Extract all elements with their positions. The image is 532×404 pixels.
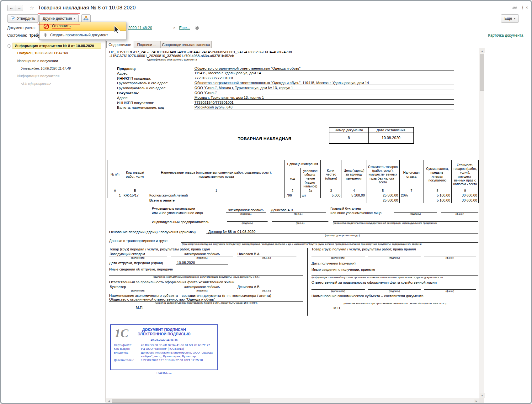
col-letter: 7 (400, 189, 423, 193)
head-name-field: Денисова А.В.(ф.и.о.) (270, 208, 326, 215)
forward-button[interactable]: → (15, 5, 23, 11)
col-header: Код товара/ работ, услуг (122, 160, 148, 189)
chevron-down-icon: ▾ (514, 17, 515, 20)
field-label: Продавец: (117, 67, 194, 71)
approve-button-label: Утвердить (17, 16, 35, 21)
scroll-down-arrow[interactable]: ▼ (480, 393, 485, 398)
col-letter: 3 (321, 189, 342, 193)
scroll-right-arrow[interactable]: ▶ (474, 399, 479, 403)
tree-item-receipt-notice[interactable]: Извещение о получении (17, 59, 58, 63)
entrepreneur-sign-field: (подпись) (227, 217, 268, 224)
accountant-label: Главный бухгалтерили иное уполномоченное… (330, 207, 389, 215)
accounting-doc-label: Документ учета: (7, 26, 35, 30)
left-other-value (109, 271, 303, 275)
cell-total: 30 600,00 (452, 193, 479, 198)
menu-item-reject[interactable]: Отклонить (40, 22, 126, 31)
col-header: Стоимость товаров (работ, услуг), имущес… (366, 160, 400, 189)
field-label: Грузополучатель и его адрес: (117, 86, 194, 90)
menu-item-create-arbitrary-document[interactable]: Создать произвольный документ (40, 31, 126, 39)
tree-item-received-status[interactable]: Получен, 10.08.2020 11:47:48 (17, 51, 68, 55)
tree-item-receiver-info[interactable]: Информация получателя (17, 74, 60, 78)
field-label: Адрес: (117, 96, 194, 100)
horizontal-scroll-thumb[interactable] (112, 399, 250, 403)
clear-doc-icon[interactable]: × (173, 25, 176, 30)
more-meta-link[interactable]: Еще... (179, 26, 190, 30)
transfer-right-column: Товар (груз) получил / услуги, результат… (311, 247, 478, 310)
horizontal-scrollbar[interactable]: ◀ ▶ (106, 398, 479, 403)
field-value: Общество с ограниченной ответственностью… (194, 66, 454, 71)
field-value: Москва г, Туристская ул, дом 13, корпус … (194, 96, 454, 100)
date-header: Дата составления (369, 127, 414, 133)
panel-splitter[interactable] (105, 40, 106, 402)
more-dots-icon[interactable]: ⋮ (520, 5, 525, 10)
tab-signatures[interactable]: Подписи ... (134, 41, 160, 48)
page-title: Товарная накладная № 8 от 10.08.2020 (38, 5, 136, 11)
accountant-name-field: (ф.и.о.) (441, 208, 478, 215)
favorite-star-icon[interactable]: ☆ (29, 5, 34, 11)
document-id-line1: DP_TOVTORGPR_2AL-E7ADDC60-D48C-489C-BBAA… (109, 50, 292, 54)
basis-label: Основание передачи (сдачи) / получения (… (109, 230, 206, 234)
field-label: Покупатель: (117, 91, 194, 95)
gear-icon[interactable] (195, 26, 199, 31)
goods-table: № п/п Код товара/ работ, услуг Наименова… (108, 160, 479, 203)
close-icon[interactable]: × (525, 5, 528, 10)
goods-row: 1 КЖ-15/17 Костюм женский летний 796 шт … (108, 193, 479, 198)
cell-code: КЖ-15/17 (122, 193, 148, 198)
approve-button[interactable]: Утвердить (7, 14, 39, 23)
col-header-unit-group: Единица измерения (285, 160, 321, 168)
cell-unit-code: 796 (285, 193, 301, 198)
number-date-table: Номер документа Дата составления 8 10.08… (329, 127, 414, 144)
field-label: Грузоотправитель и его адрес: (117, 81, 194, 85)
more-button[interactable]: Еще ▾ (501, 14, 519, 23)
col-header: Наименование товара (описание выполненны… (148, 160, 285, 189)
cell-price: 5 100,00 (342, 193, 366, 198)
tab-cover-note[interactable]: Сопроводительная записка (160, 41, 212, 48)
col-letter: Б (122, 189, 148, 193)
total-label: Всего к оплате (148, 198, 366, 203)
document-header-fields: Продавец:Общество с ограниченной ответст… (117, 66, 454, 109)
scroll-up-arrow[interactable]: ▲ (480, 48, 485, 53)
get-link-icon[interactable] (512, 5, 517, 12)
cargo-row: Данные о транспортировке и грузе (трансп… (109, 238, 478, 245)
document-card-link[interactable]: Карточка документа (488, 33, 523, 38)
reject-icon (44, 24, 49, 29)
col-header: Стоимость товаров (работ, услуг), имущес… (452, 160, 479, 189)
more-button-label: Еще (504, 16, 512, 21)
scrollbar-corner (479, 398, 484, 403)
columns-divider (307, 248, 308, 316)
col-letter: 1 (148, 189, 285, 193)
other-actions-menu: Отклонить Создать произвольный документ (39, 22, 126, 40)
cell-tax-rate: 20% (400, 193, 423, 198)
transfer-left-column: Товар (груз) передал / услуги, результат… (109, 247, 303, 309)
scroll-left-arrow[interactable]: ◀ (106, 399, 111, 403)
document-id-block: DP_TOVTORGPR_2AL-E7ADDC60-D48C-489C-BBAA… (109, 50, 292, 61)
form-title: ТОВАРНАЯ НАКЛАДНАЯ (238, 136, 291, 141)
stamp-footer: Подпись: ... (110, 371, 218, 374)
tab-content[interactable]: Содержимое (106, 41, 133, 48)
basis-row: Основание передачи (сдачи) / получения (… (109, 230, 478, 237)
state-value: Требу (29, 33, 40, 38)
document-id-caption: идентификатор электронного документа (109, 58, 235, 61)
field-label: ИНН/КПП продавца: (117, 76, 194, 80)
vertical-scroll-thumb[interactable] (480, 54, 484, 91)
field-label: Адрес: (117, 71, 194, 75)
field-label: Валюта: наименование, код (117, 106, 194, 109)
field-value: Общество с ограниченной ответственностью… (194, 81, 454, 85)
document-number: 8 (329, 133, 369, 144)
cell-num: 1 (108, 193, 122, 198)
org-chart-icon (83, 16, 88, 21)
state-label: Состояние: (7, 33, 27, 38)
document-date: 10.08.2020 (369, 133, 414, 144)
tree-collapse-icon[interactable] (8, 44, 11, 48)
goods-total-row: Всего к оплате 25 500,00 5 100,00 30 600… (108, 198, 479, 203)
accounting-doc-link[interactable]: 2020 11:48:20 (128, 26, 152, 30)
vertical-scrollbar[interactable]: ▲ ▼ (479, 48, 484, 398)
tree-item-sender-info[interactable]: Информация отправителя № 8 от 10.08.2020 (13, 43, 101, 49)
field-value: 7729163630/772901001 (194, 76, 454, 80)
back-button[interactable]: ← (7, 5, 15, 11)
basis-value: Договор № 88 от 01.08.2020 (206, 230, 478, 234)
tree-item-not-formed[interactable]: <Не сформирован> (21, 82, 51, 86)
col-letter: 2 (285, 189, 301, 193)
entrepreneur-reg-field: (реквизиты свидетельства о государственн… (333, 217, 478, 224)
tree-item-approved-status[interactable]: Утвержден, 10.08.2020 11:47:49 (21, 66, 71, 70)
